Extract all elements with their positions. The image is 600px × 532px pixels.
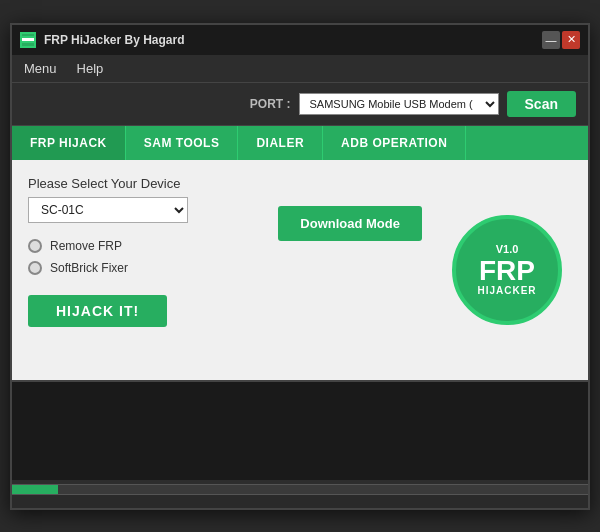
logo-subtitle: HIJACKER xyxy=(477,285,536,296)
radio-label-softbrick-fixer: SoftBrick Fixer xyxy=(50,261,128,275)
minimize-button[interactable]: — xyxy=(542,31,560,49)
port-label: PORT : xyxy=(250,97,291,111)
app-window: FRP HiJacker By Hagard — ✕ Menu Help POR… xyxy=(10,23,590,510)
close-button[interactable]: ✕ xyxy=(562,31,580,49)
app-icon xyxy=(20,32,36,48)
app-logo: V1.0 FRP HIJACKER xyxy=(452,215,562,325)
hijack-button[interactable]: HIJACK IT! xyxy=(28,295,167,327)
radio-circle-remove-frp xyxy=(28,239,42,253)
device-label: Please Select Your Device xyxy=(28,176,258,191)
window-title: FRP HiJacker By Hagard xyxy=(44,33,185,47)
tab-sam-tools[interactable]: SAM TOOLS xyxy=(126,126,239,160)
radio-group: Remove FRP SoftBrick Fixer xyxy=(28,239,258,275)
tab-frp-hijack[interactable]: FRP HIJACK xyxy=(12,126,126,160)
logo-frp-title: FRP xyxy=(479,257,535,285)
scan-button[interactable]: Scan xyxy=(507,91,576,117)
radio-label-remove-frp: Remove FRP xyxy=(50,239,122,253)
download-mode-button[interactable]: Download Mode xyxy=(278,206,422,241)
tabs: FRP HIJACK SAM TOOLS DIALER ADB OPERATIO… xyxy=(12,126,588,160)
menu-item-menu[interactable]: Menu xyxy=(20,59,61,78)
progress-bar-container xyxy=(12,484,588,494)
main-content: Please Select Your Device SC-01C Remove … xyxy=(12,160,588,380)
title-bar: FRP HiJacker By Hagard — ✕ xyxy=(12,25,588,55)
device-select[interactable]: SC-01C xyxy=(28,197,188,223)
menu-item-help[interactable]: Help xyxy=(73,59,108,78)
radio-remove-frp[interactable]: Remove FRP xyxy=(28,239,258,253)
radio-circle-softbrick-fixer xyxy=(28,261,42,275)
tab-dialer[interactable]: DIALER xyxy=(238,126,323,160)
logo-version: V1.0 xyxy=(496,243,519,255)
menu-bar: Menu Help xyxy=(12,55,588,83)
center-panel: Download Mode xyxy=(278,176,422,364)
progress-bar-fill xyxy=(12,485,58,494)
tab-adb-operation[interactable]: ADB OPERATION xyxy=(323,126,466,160)
port-bar: PORT : SAMSUNG Mobile USB Modem ( Scan xyxy=(12,83,588,126)
left-panel: Please Select Your Device SC-01C Remove … xyxy=(28,176,258,364)
port-select[interactable]: SAMSUNG Mobile USB Modem ( xyxy=(299,93,499,115)
console-area xyxy=(12,380,588,480)
title-controls: — ✕ xyxy=(542,31,580,49)
right-panel: V1.0 FRP HIJACKER xyxy=(442,176,572,364)
title-bar-left: FRP HiJacker By Hagard xyxy=(20,32,185,48)
status-bar xyxy=(12,494,588,508)
radio-softbrick-fixer[interactable]: SoftBrick Fixer xyxy=(28,261,258,275)
